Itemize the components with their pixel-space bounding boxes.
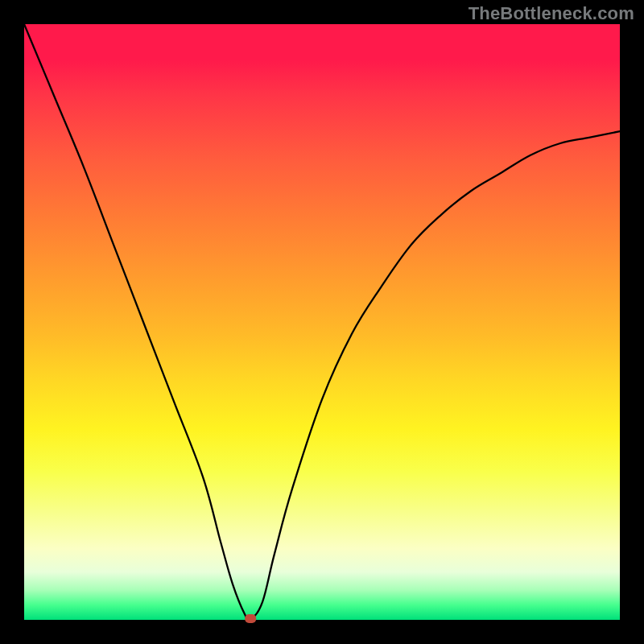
watermark-text: TheBottleneck.com [469,3,634,24]
curve-svg [24,24,620,620]
bottleneck-curve [24,24,620,621]
chart-frame: TheBottleneck.com [0,0,644,644]
minimum-marker [245,614,256,623]
plot-area [24,24,620,620]
